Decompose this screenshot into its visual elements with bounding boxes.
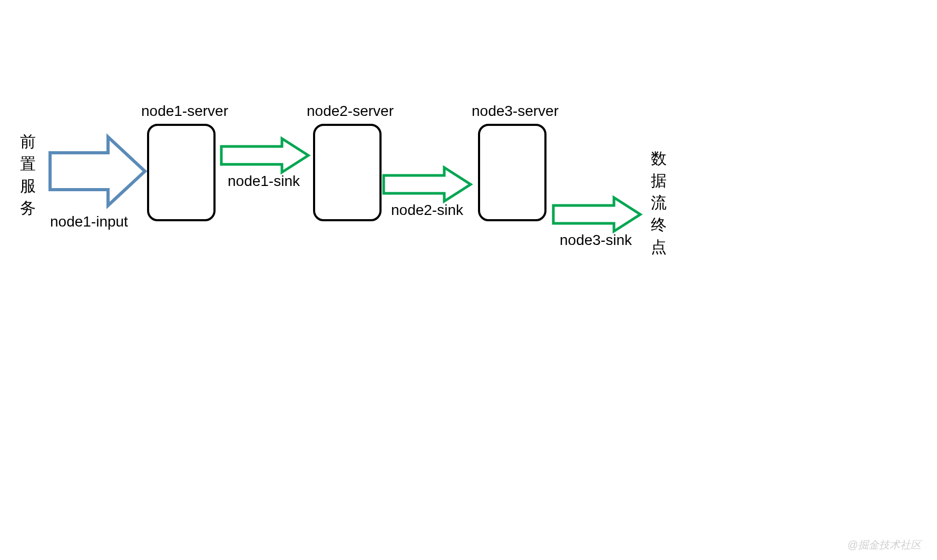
char-4: 务 xyxy=(20,197,36,219)
node1-box xyxy=(147,124,216,221)
char-d5: 点 xyxy=(651,236,667,258)
char-2: 置 xyxy=(20,153,36,175)
node1-label: node1-server xyxy=(141,103,228,120)
char-1: 前 xyxy=(20,131,36,153)
char-3: 服 xyxy=(20,175,36,197)
watermark-text: @掘金技术社区 xyxy=(847,538,921,552)
sink3-arrow-icon xyxy=(553,196,643,233)
node2-label: node2-server xyxy=(307,103,394,120)
sink3-arrow-label: node3-sink xyxy=(560,232,632,249)
node3-box xyxy=(478,124,546,221)
sink1-arrow-label: node1-sink xyxy=(228,173,300,190)
char-d4: 终 xyxy=(651,214,667,236)
sink1-arrow-icon xyxy=(221,137,311,174)
node2-box xyxy=(313,124,382,221)
input-arrow-label: node1-input xyxy=(50,213,128,230)
source-vertical-label: 前 置 服 务 xyxy=(20,131,36,219)
node3-label: node3-server xyxy=(472,103,559,120)
input-arrow-icon xyxy=(50,134,148,208)
char-d2: 据 xyxy=(651,170,667,192)
sink2-arrow-label: node2-sink xyxy=(391,202,463,219)
char-d1: 数 xyxy=(651,148,667,170)
destination-vertical-label: 数 据 流 终 点 xyxy=(651,148,667,258)
sink2-arrow-icon xyxy=(384,166,473,203)
flow-diagram: 前 置 服 务 node1-input node1-server node1-s… xyxy=(0,0,937,560)
char-d3: 流 xyxy=(651,192,667,214)
